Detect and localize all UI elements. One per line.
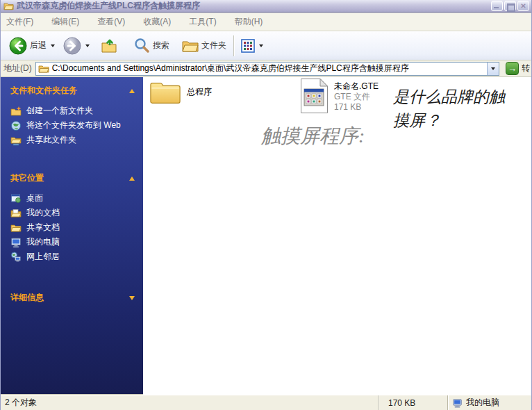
- status-location: 我的电脑: [447, 395, 531, 410]
- chevron-down-icon: [491, 67, 495, 70]
- views-icon: [241, 39, 255, 53]
- menu-view[interactable]: 查看(V): [97, 16, 125, 28]
- back-dropdown-icon[interactable]: [51, 44, 55, 47]
- collapse-arrow-icon[interactable]: [129, 177, 135, 181]
- section-header-other-places[interactable]: 其它位置: [10, 172, 135, 184]
- status-object-count: 2 个对象: [1, 395, 378, 410]
- up-folder-icon: [101, 38, 117, 54]
- section-header-file-tasks[interactable]: 文件和文件夹任务: [10, 85, 135, 97]
- window-title: 武汉帝森克虏伯焊接生产线PLC程序含触摸屏程序: [17, 0, 491, 12]
- publish-web-icon: [10, 120, 22, 131]
- section-title: 文件和文件夹任务: [10, 85, 77, 97]
- folder-icon: [149, 79, 181, 105]
- share-folder-icon: [10, 135, 22, 146]
- shared-documents-icon: [10, 222, 22, 233]
- my-computer-small-icon: [452, 398, 463, 408]
- toolbar-separator: [233, 35, 234, 56]
- search-label: 搜索: [153, 40, 169, 51]
- address-combo[interactable]: C:\Documents and Settings\Administrator\…: [35, 62, 499, 76]
- back-label: 后退: [30, 40, 47, 51]
- search-icon: [134, 38, 150, 54]
- titlebar: 武汉帝森克虏伯焊接生产线PLC程序含触摸屏程序: [1, 0, 531, 13]
- explorer-window: 武汉帝森克虏伯焊接生产线PLC程序含触摸屏程序 文件(F) 编辑(E) 查看(V…: [0, 0, 532, 410]
- address-input[interactable]: C:\Documents and Settings\Administrator\…: [52, 63, 487, 74]
- expand-arrow-icon[interactable]: [129, 296, 135, 300]
- file-list-area[interactable]: 总程序 未命名.GTE GTE 文件: [143, 77, 531, 395]
- address-folder-icon: [38, 64, 49, 73]
- folder-item[interactable]: 总程序: [149, 79, 212, 105]
- menu-bar: 文件(F) 编辑(E) 查看(V) 收藏(A) 工具(T) 帮助(H): [1, 13, 531, 31]
- sidebar-item-shared-documents[interactable]: 共享文档: [10, 220, 135, 235]
- back-icon: [9, 37, 27, 55]
- file-item[interactable]: 未命名.GTE GTE 文件 171 KB: [300, 78, 379, 114]
- menu-file[interactable]: 文件(F): [6, 16, 33, 28]
- folders-button[interactable]: 文件夹: [179, 37, 229, 55]
- sidebar-item-label: 共享此文件夹: [26, 134, 76, 146]
- desktop-icon: [10, 193, 22, 204]
- maximize-button[interactable]: [504, 1, 516, 11]
- folders-icon: [182, 38, 199, 54]
- section-title: 详细信息: [10, 292, 44, 304]
- menu-favorites[interactable]: 收藏(A): [143, 16, 171, 28]
- sidebar-item-label: 我的电脑: [26, 236, 60, 248]
- address-dropdown-button[interactable]: [487, 63, 499, 75]
- sidebar-item-my-computer[interactable]: 我的电脑: [10, 235, 135, 249]
- section-other-places: 其它位置 桌面 我的文: [10, 172, 135, 264]
- new-folder-icon: [10, 106, 22, 117]
- file-name: 未命名.GTE: [334, 81, 379, 92]
- address-label: 地址(D): [3, 63, 32, 74]
- task-pane: 文件和文件夹任务 创建一个新文件夹 将这个文件夹: [1, 77, 143, 395]
- collapse-arrow-icon[interactable]: [129, 89, 135, 93]
- section-title: 其它位置: [10, 172, 44, 184]
- section-details: 详细信息: [10, 292, 135, 304]
- sidebar-item-label: 我的文档: [26, 207, 60, 219]
- forward-button[interactable]: [60, 35, 92, 56]
- my-documents-icon: [10, 208, 22, 219]
- minimize-button[interactable]: [491, 1, 503, 11]
- status-location-label: 我的电脑: [466, 397, 499, 409]
- sidebar-item-my-documents[interactable]: 我的文档: [10, 206, 135, 220]
- forward-dropdown-icon[interactable]: [85, 44, 90, 47]
- folders-label: 文件夹: [201, 40, 226, 51]
- network-places-icon: [10, 252, 22, 263]
- sidebar-item-desktop[interactable]: 桌面: [10, 191, 135, 206]
- sidebar-item-label: 将这个文件夹发布到 Web: [26, 120, 121, 131]
- status-size: 170 KB: [378, 395, 447, 410]
- open-folder-icon: [3, 1, 14, 10]
- sidebar-item-label: 桌面: [26, 192, 43, 204]
- file-size: 171 KB: [334, 102, 379, 113]
- menu-edit[interactable]: 编辑(E): [51, 16, 79, 28]
- sidebar-item-share-folder[interactable]: 共享此文件夹: [10, 133, 135, 147]
- go-label: 转: [522, 63, 530, 74]
- gte-file-icon: [300, 78, 329, 114]
- address-bar: 地址(D) C:\Documents and Settings\Administ…: [1, 60, 531, 77]
- section-header-details[interactable]: 详细信息: [10, 292, 135, 304]
- my-computer-icon: [10, 237, 22, 248]
- folder-name: 总程序: [187, 86, 212, 98]
- close-button[interactable]: [517, 1, 529, 11]
- back-button[interactable]: 后退: [6, 35, 58, 56]
- sidebar-item-label: 网上邻居: [26, 251, 60, 263]
- go-button[interactable]: → 转: [503, 62, 531, 75]
- menu-help[interactable]: 帮助(H): [235, 16, 263, 28]
- forward-icon: [63, 37, 81, 55]
- status-bar: 2 个对象 170 KB 我的电脑: [1, 395, 531, 410]
- views-dropdown-icon[interactable]: [259, 44, 263, 47]
- views-button[interactable]: [238, 38, 266, 54]
- go-arrow-icon: →: [506, 62, 519, 75]
- section-file-tasks: 文件和文件夹任务 创建一个新文件夹 将这个文件夹: [10, 85, 135, 147]
- sidebar-item-new-folder[interactable]: 创建一个新文件夹: [10, 104, 135, 118]
- up-button[interactable]: [98, 36, 120, 56]
- search-button[interactable]: 搜索: [131, 36, 172, 55]
- menu-tools[interactable]: 工具(T): [189, 16, 216, 28]
- sidebar-item-label: 创建一个新文件夹: [26, 105, 93, 117]
- sidebar-item-network-places[interactable]: 网上邻居: [10, 249, 135, 264]
- file-type: GTE 文件: [334, 92, 379, 102]
- annotation-touchscreen-program: 触摸屏程序:: [261, 123, 365, 149]
- toolbar: 后退 搜索: [1, 31, 531, 60]
- annotation-brand-question: 是什么品牌的触摸屏？: [393, 85, 519, 133]
- sidebar-item-publish-web[interactable]: 将这个文件夹发布到 Web: [10, 118, 135, 133]
- sidebar-item-label: 共享文档: [26, 222, 60, 233]
